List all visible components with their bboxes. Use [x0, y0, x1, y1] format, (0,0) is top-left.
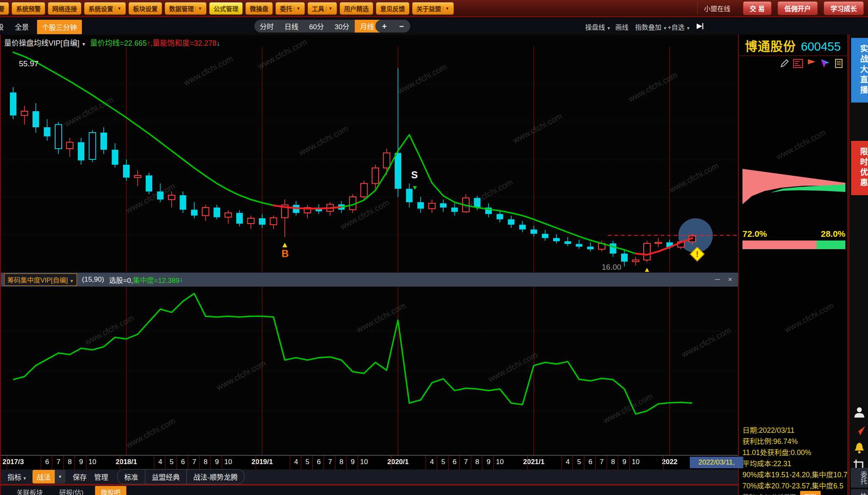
- candle[interactable]: [248, 216, 254, 229]
- zoom-in-button[interactable]: +: [379, 21, 390, 32]
- toolbar-add-watchlist[interactable]: +自选▼: [668, 22, 690, 32]
- candle[interactable]: [395, 68, 401, 197]
- candle[interactable]: [644, 241, 650, 262]
- candle[interactable]: [576, 240, 582, 249]
- menu-item-4[interactable]: 板块设置: [128, 2, 162, 15]
- candle[interactable]: [542, 230, 549, 241]
- view-tab-1[interactable]: 全景: [15, 21, 29, 32]
- menu-item-0[interactable]: 预警: [0, 2, 9, 15]
- sub-indicator-name[interactable]: 筹码集中度VIP[自编] ▼: [4, 273, 77, 286]
- toolbar-trade-line[interactable]: 操盘线▼: [585, 22, 611, 32]
- candle[interactable]: [372, 165, 379, 189]
- candle[interactable]: [225, 210, 232, 224]
- period-tab-30分[interactable]: 30分: [329, 20, 355, 33]
- candle[interactable]: [168, 191, 175, 208]
- side-tab-1[interactable]: 限时优惠: [851, 141, 868, 195]
- candle[interactable]: [33, 103, 39, 133]
- template-option-0[interactable]: 标准: [118, 469, 145, 484]
- candle[interactable]: [100, 127, 107, 154]
- candle[interactable]: [440, 200, 447, 212]
- bottom-link-0[interactable]: 关联板块: [16, 487, 43, 495]
- candle[interactable]: [270, 216, 277, 229]
- candle[interactable]: [146, 173, 152, 194]
- candle[interactable]: [508, 216, 514, 228]
- candle[interactable]: [10, 87, 16, 119]
- candle[interactable]: [406, 184, 413, 208]
- candle[interactable]: [531, 226, 537, 236]
- candle[interactable]: [553, 234, 560, 243]
- chevron-down-icon[interactable]: ▼: [443, 6, 449, 11]
- candle[interactable]: [55, 122, 62, 154]
- menu-item-5[interactable]: 数据管理▼: [165, 2, 207, 15]
- candle[interactable]: [214, 205, 220, 219]
- pencil-icon[interactable]: [780, 58, 789, 68]
- candle[interactable]: [587, 243, 594, 252]
- menu-item-7[interactable]: 微操盘: [245, 2, 273, 15]
- top-right-button-0[interactable]: 交 易: [743, 1, 772, 15]
- close-pane-button[interactable]: ×: [728, 276, 732, 284]
- candle[interactable]: [429, 200, 435, 213]
- chevron-down-icon[interactable]: ▼: [195, 6, 202, 11]
- menu-item-2[interactable]: 网络连接: [48, 2, 81, 15]
- candle[interactable]: [519, 221, 526, 232]
- menu-item-3[interactable]: 系统设置▼: [84, 2, 126, 15]
- period-tab-日线[interactable]: 日线: [279, 20, 304, 33]
- template-option-2[interactable]: 战法-顺势龙腾: [186, 469, 244, 484]
- candle[interactable]: [112, 143, 119, 168]
- bell-icon[interactable]: [853, 441, 866, 455]
- sub-indicator-chart[interactable]: [1, 287, 738, 455]
- candle[interactable]: [361, 181, 368, 200]
- main-candle-chart[interactable]: SBB!: [1, 47, 738, 272]
- menu-item-11[interactable]: 意见反馈: [376, 2, 410, 15]
- chevron-down-icon[interactable]: ▼: [294, 6, 300, 11]
- candle[interactable]: [485, 203, 492, 217]
- candle[interactable]: [191, 202, 198, 218]
- candle[interactable]: [157, 184, 164, 203]
- bottom-link-1[interactable]: 研报(估): [59, 487, 84, 495]
- candle[interactable]: [44, 119, 51, 141]
- collapse-panel-icon[interactable]: ▶|: [697, 22, 704, 30]
- candle[interactable]: [565, 237, 571, 246]
- side-bottom-tab-1[interactable]: 协: [851, 489, 868, 495]
- menu-item-10[interactable]: 用户精选: [340, 2, 373, 15]
- candle[interactable]: [78, 138, 84, 165]
- candle[interactable]: [633, 257, 639, 266]
- candle[interactable]: [236, 210, 243, 226]
- kline-panel-icon[interactable]: [793, 58, 803, 68]
- toolbar-index-overlay[interactable]: 指数叠加▼: [635, 22, 667, 32]
- cursor-arrow-icon[interactable]: [820, 58, 830, 68]
- candle[interactable]: [202, 205, 209, 221]
- menu-item-6[interactable]: 公式管理: [209, 2, 243, 15]
- candle[interactable]: [282, 200, 288, 237]
- chevron-down-icon[interactable]: ▼: [55, 474, 65, 479]
- menu-item-1[interactable]: 系统预警: [12, 2, 45, 15]
- notebook-icon[interactable]: [834, 58, 844, 68]
- template-option-1[interactable]: 益盟经典: [145, 469, 186, 484]
- candle[interactable]: [497, 210, 503, 223]
- candle[interactable]: [135, 170, 141, 186]
- side-bottom-tab-0[interactable]: 委托: [851, 468, 868, 488]
- manage-button[interactable]: 管理: [94, 472, 108, 482]
- chevron-down-icon[interactable]: ▼: [115, 6, 121, 11]
- chevron-down-icon[interactable]: ▼: [686, 26, 690, 30]
- bottom-chip-active[interactable]: 微股吧: [95, 486, 126, 495]
- top-right-button-1[interactable]: 低佣开户: [777, 1, 818, 15]
- chevron-down-icon[interactable]: ▼: [607, 26, 611, 30]
- zoom-out-button[interactable]: −: [396, 21, 407, 32]
- user-icon[interactable]: [853, 405, 866, 418]
- view-tab-0[interactable]: 股: [0, 21, 4, 32]
- chevron-down-icon[interactable]: ▼: [81, 42, 86, 47]
- minimize-pane-button[interactable]: ─: [715, 276, 720, 284]
- candle[interactable]: [259, 214, 265, 228]
- candle[interactable]: [304, 205, 311, 219]
- menu-item-12[interactable]: 关于益盟▼: [412, 2, 454, 15]
- candle[interactable]: [451, 203, 458, 216]
- chevron-down-icon[interactable]: ▼: [663, 26, 667, 30]
- view-tab-2[interactable]: 个股三分钟: [37, 20, 82, 34]
- candle[interactable]: [67, 138, 73, 157]
- tactic-tab[interactable]: 战法: [33, 470, 55, 483]
- period-tab-60分[interactable]: 60分: [304, 20, 329, 33]
- main-indicator-name[interactable]: 量价操盘均线VIP[自编]: [4, 39, 79, 47]
- candle[interactable]: [21, 106, 28, 125]
- candle[interactable]: [417, 197, 424, 213]
